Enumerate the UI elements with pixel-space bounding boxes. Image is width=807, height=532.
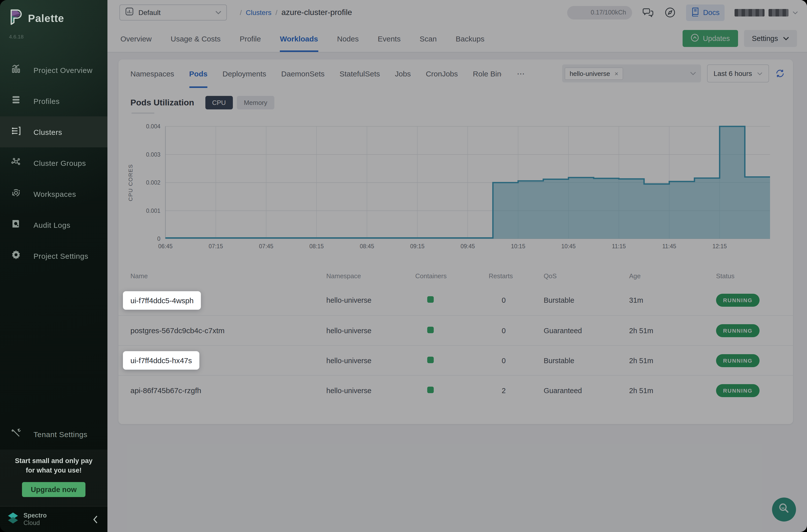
breadcrumb-clusters-link[interactable]: Clusters bbox=[246, 8, 271, 17]
table-header: NameNamespaceContainersRestartsQoSAgeSta… bbox=[118, 266, 793, 285]
pod-age: 2h 51m bbox=[629, 326, 716, 335]
svg-text:0.004: 0.004 bbox=[146, 123, 161, 130]
table-row[interactable]: ui-f7ff4ddc5-4wsphhello-universe0Burstab… bbox=[118, 285, 793, 315]
updates-button[interactable]: Updates bbox=[682, 30, 738, 47]
upgrade-now-button[interactable]: Upgrade now bbox=[22, 482, 86, 497]
memory-toggle-button[interactable]: Memory bbox=[237, 96, 274, 109]
svg-text:0.003: 0.003 bbox=[146, 151, 161, 158]
refresh-icon[interactable] bbox=[775, 69, 785, 78]
search-smile-icon bbox=[777, 502, 790, 517]
sidebar-item-workspaces[interactable]: Workspaces bbox=[0, 178, 108, 209]
remove-filter-icon[interactable]: × bbox=[615, 70, 618, 77]
docs-button[interactable]: Docs bbox=[686, 4, 725, 21]
tab-nodes[interactable]: Nodes bbox=[337, 25, 359, 52]
search-help-fab[interactable] bbox=[772, 497, 796, 521]
feedback-chat-icon[interactable] bbox=[642, 6, 654, 18]
subtab-cronjobs[interactable]: CronJobs bbox=[426, 59, 458, 88]
chevron-down-icon bbox=[783, 36, 789, 40]
updates-arrow-icon bbox=[690, 34, 699, 43]
subtab-deployments[interactable]: Deployments bbox=[222, 59, 266, 88]
pod-restarts: 0 bbox=[489, 296, 544, 304]
sidebar-item-tenant-settings[interactable]: Tenant Settings bbox=[0, 419, 108, 450]
layers-icon bbox=[11, 94, 21, 108]
cpu-toggle-button[interactable]: CPU bbox=[205, 96, 233, 109]
pod-age: 31m bbox=[629, 296, 716, 304]
upgrade-promo: Start small and only pay for what you us… bbox=[0, 450, 108, 506]
footer-brand-line1: Spectro bbox=[23, 512, 47, 519]
pod-qos: Guaranteed bbox=[544, 326, 629, 335]
settings-button[interactable]: Settings bbox=[744, 30, 797, 47]
orbit-icon bbox=[11, 187, 21, 200]
tools-icon bbox=[11, 428, 21, 441]
project-scope-icon bbox=[125, 7, 134, 18]
sidebar-item-audit-logs[interactable]: Audit Logs bbox=[0, 209, 108, 240]
pod-restarts: 0 bbox=[489, 356, 544, 364]
app-version: 4.6.18 bbox=[0, 28, 108, 39]
project-name: Default bbox=[138, 8, 211, 17]
sidebar-item-clusters[interactable]: Clusters bbox=[0, 116, 108, 147]
explore-compass-icon[interactable] bbox=[664, 6, 676, 18]
user-menu[interactable] bbox=[734, 9, 798, 16]
sidebar-item-label: Project Settings bbox=[34, 251, 89, 260]
time-range-select[interactable]: Last 6 hours bbox=[707, 64, 769, 82]
utilization-header: Pods Utilization CPU Memory bbox=[130, 96, 781, 109]
breadcrumb-separator: / bbox=[276, 8, 278, 17]
subtab-namespaces[interactable]: Namespaces bbox=[130, 59, 174, 88]
pod-name: postgres-567dc9cb4c-c7xtm bbox=[130, 326, 225, 335]
svg-text:0: 0 bbox=[157, 235, 161, 242]
tab-workloads[interactable]: Workloads bbox=[280, 25, 318, 52]
svg-text:08:45: 08:45 bbox=[360, 243, 374, 249]
svg-text:06:45: 06:45 bbox=[158, 243, 173, 249]
table-row[interactable]: postgres-567dc9cb4c-c7xtmhello-universe0… bbox=[118, 315, 793, 345]
column-header: Containers bbox=[415, 272, 489, 280]
pod-restarts: 0 bbox=[489, 326, 544, 335]
sidebar-item-project-overview[interactable]: Project Overview bbox=[0, 54, 108, 86]
table-row[interactable]: api-86f745b67c-rzgfhhello-universe2Guara… bbox=[118, 375, 793, 405]
subtab-jobs[interactable]: Jobs bbox=[395, 59, 411, 88]
sidebar-item-label: Tenant Settings bbox=[34, 430, 88, 438]
sidebar-item-profiles[interactable]: Profiles bbox=[0, 86, 108, 116]
tab-usage-costs[interactable]: Usage & Costs bbox=[171, 25, 221, 52]
table-row[interactable]: ui-f7ff4ddc5-hx47shello-universe0Burstab… bbox=[118, 345, 793, 375]
namespace-filter-select[interactable]: hello-universe × bbox=[562, 64, 701, 82]
column-header: Status bbox=[716, 272, 781, 280]
svg-text:08:15: 08:15 bbox=[309, 243, 324, 249]
tab-backups[interactable]: Backups bbox=[456, 25, 485, 52]
status-badge: RUNNING bbox=[716, 324, 759, 337]
sidebar-item-label: Cluster Groups bbox=[34, 158, 86, 167]
section-title: Pods Utilization bbox=[130, 98, 194, 108]
server-rack-icon bbox=[11, 126, 21, 138]
collapse-sidebar-icon[interactable] bbox=[92, 515, 98, 524]
container-status-square bbox=[427, 326, 434, 333]
chevron-down-icon bbox=[690, 72, 696, 75]
usage-meter-badge: 0.17/100kCh bbox=[567, 6, 632, 19]
pod-qos: Burstable bbox=[544, 296, 629, 304]
subtabs-overflow-icon[interactable]: ⋯ bbox=[517, 59, 525, 88]
subtab-role-bindings[interactable]: Role Bind bbox=[473, 59, 502, 88]
svg-text:0.001: 0.001 bbox=[146, 208, 161, 214]
project-selector[interactable]: Default bbox=[119, 4, 227, 20]
updates-label: Updates bbox=[703, 35, 730, 42]
tab-scan[interactable]: Scan bbox=[419, 25, 436, 52]
sidebar-item-project-settings[interactable]: Project Settings bbox=[0, 240, 108, 271]
subtab-statefulsets[interactable]: StatefulSets bbox=[340, 59, 380, 88]
sidebar-nav: Project Overview Profiles Clusters Clust… bbox=[0, 54, 108, 271]
promo-text-line1: Start small and only pay bbox=[5, 457, 102, 466]
pod-name: ui-f7ff4ddc5-4wsph bbox=[123, 291, 201, 309]
tab-profile[interactable]: Profile bbox=[240, 25, 261, 52]
tab-events[interactable]: Events bbox=[378, 25, 401, 52]
subtab-pods[interactable]: Pods bbox=[189, 59, 207, 88]
tab-overview[interactable]: Overview bbox=[120, 25, 152, 52]
pod-namespace: hello-universe bbox=[326, 326, 415, 335]
sidebar: Palette 4.6.18 Project Overview Profiles… bbox=[0, 0, 108, 532]
sidebar-item-label: Clusters bbox=[34, 128, 62, 136]
pod-restarts: 2 bbox=[489, 386, 544, 394]
pod-name: ui-f7ff4ddc5-hx47s bbox=[123, 351, 200, 370]
subtab-daemonsets[interactable]: DaemonSets bbox=[281, 59, 324, 88]
metric-toggle: CPU Memory bbox=[205, 96, 274, 109]
sidebar-item-cluster-groups[interactable]: Cluster Groups bbox=[0, 147, 108, 178]
workload-subtabs: Namespaces Pods Deployments DaemonSets S… bbox=[118, 59, 793, 88]
status-badge: RUNNING bbox=[716, 354, 759, 367]
svg-text:07:45: 07:45 bbox=[259, 243, 274, 249]
svg-text:09:45: 09:45 bbox=[461, 243, 475, 249]
